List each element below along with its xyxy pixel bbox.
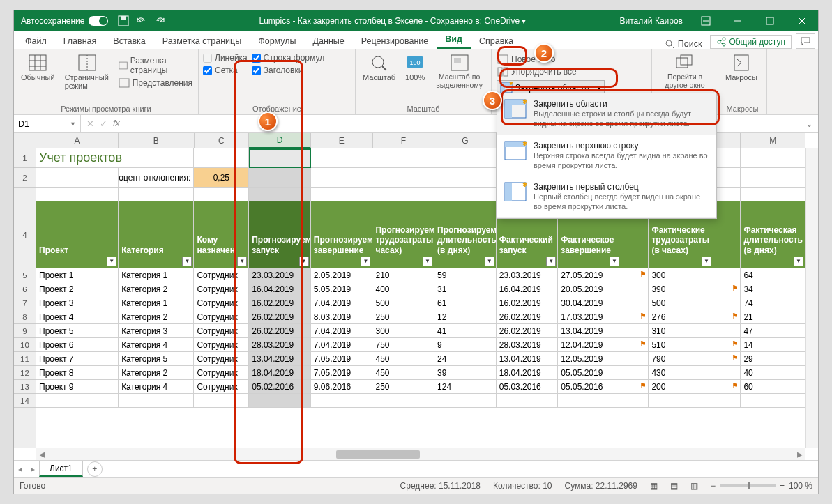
cell[interactable]	[713, 296, 741, 310]
cell[interactable]: 47	[741, 324, 805, 338]
fx-icon[interactable]: fx	[113, 119, 120, 129]
cell[interactable]: Сотрудник	[194, 282, 249, 296]
col-header-C[interactable]: C	[195, 133, 250, 148]
cell[interactable]: 276	[649, 310, 713, 324]
cell[interactable]: 13.04.2019	[497, 352, 559, 366]
cell[interactable]	[713, 148, 741, 168]
cell[interactable]: 250	[372, 380, 434, 394]
redo-icon[interactable]	[154, 15, 165, 26]
cell[interactable]: Категория 2	[119, 282, 194, 296]
tab-рецензирование[interactable]: Рецензирование	[353, 33, 437, 49]
row-header-4[interactable]: 4	[14, 201, 36, 268]
cell[interactable]: 17.03.2019	[558, 310, 621, 324]
cell[interactable]: 16.04.2019	[249, 282, 311, 296]
cell[interactable]	[119, 188, 194, 201]
cell[interactable]: 05.05.2019	[558, 366, 621, 380]
cell[interactable]: Категория 2	[119, 366, 194, 380]
cell[interactable]: 05.03.2016	[497, 380, 559, 394]
cell[interactable]: Сотрудник	[194, 338, 249, 352]
zoom-selection-button[interactable]: Масштаб по выделенному	[432, 52, 487, 91]
view-normal-icon[interactable]: ▦	[650, 481, 658, 491]
row-header-blank[interactable]	[14, 188, 36, 201]
cell[interactable]: 20.05.2019	[558, 282, 621, 296]
cell[interactable]	[372, 188, 434, 201]
cell[interactable]: Проект 4	[36, 310, 119, 324]
vertical-scrollbar[interactable]	[805, 148, 818, 448]
cell[interactable]: ⚑	[713, 338, 741, 352]
cell[interactable]: 200	[649, 380, 713, 394]
cell[interactable]: Сотрудник	[194, 296, 249, 310]
enter-formula-icon[interactable]: ✓	[100, 119, 107, 129]
cell[interactable]: Категория 1	[119, 296, 194, 310]
cell[interactable]: Категория 1	[119, 268, 194, 282]
cell[interactable]: 300	[372, 324, 434, 338]
cell[interactable]: 450	[372, 352, 434, 366]
gridlines-checkbox[interactable]: Сетка	[203, 65, 248, 76]
freeze-menu-item-1[interactable]: ✱Закрепить верхнюю строкуВерхняя строка …	[497, 135, 716, 177]
cell[interactable]: Категория 4	[119, 380, 194, 394]
cell[interactable]: 9	[434, 338, 497, 352]
cell[interactable]: 7.04.2019	[311, 324, 373, 338]
cell[interactable]	[713, 168, 741, 188]
cell[interactable]	[741, 188, 805, 201]
horizontal-scroll-thumb[interactable]	[336, 450, 420, 459]
cell[interactable]	[621, 366, 649, 380]
freeze-menu-item-2[interactable]: ✱Закрепить первый столбецПервый столбец …	[497, 176, 716, 218]
cell[interactable]	[649, 394, 713, 408]
cell[interactable]: ⚑	[713, 310, 741, 324]
add-sheet-button[interactable]: +	[87, 461, 103, 477]
cell[interactable]: 40	[741, 366, 805, 380]
cell[interactable]	[311, 148, 373, 168]
cell[interactable]	[713, 394, 741, 408]
undo-icon[interactable]	[136, 15, 147, 26]
cell[interactable]: 14	[741, 338, 805, 352]
select-all-corner[interactable]	[14, 133, 36, 148]
cell[interactable]: ⚑	[621, 268, 649, 282]
row-header-14[interactable]: 14	[14, 394, 36, 408]
cell[interactable]: 23.03.2019	[249, 268, 311, 282]
cell[interactable]: Проект 6	[36, 338, 119, 352]
cell[interactable]: 74	[741, 296, 805, 310]
cell[interactable]	[194, 188, 249, 201]
cell[interactable]: Сотрудник	[194, 366, 249, 380]
cell[interactable]: 60	[741, 380, 805, 394]
cell[interactable]: 24	[434, 352, 497, 366]
cell[interactable]: 430	[649, 366, 713, 380]
row-header-13[interactable]: 13	[14, 380, 36, 394]
horizontal-scrollbar[interactable]: ◂ ▸	[36, 448, 805, 460]
cell[interactable]: 26.02.2019	[497, 324, 559, 338]
sheet-tab-active[interactable]: Лист1	[39, 461, 83, 477]
name-box[interactable]: D1▼	[14, 115, 81, 132]
cell[interactable]	[36, 394, 119, 408]
sheet-nav-prev-icon[interactable]: ◂	[14, 464, 27, 474]
cell[interactable]	[741, 148, 805, 168]
view-break-icon[interactable]: ▥	[690, 481, 698, 491]
cell[interactable]	[311, 188, 373, 201]
cell[interactable]: 12.04.2019	[558, 338, 621, 352]
row-headers[interactable]: 124567891011121314	[14, 148, 36, 448]
cell[interactable]	[713, 324, 741, 338]
cell[interactable]: Категория 5	[119, 352, 194, 366]
cell[interactable]: Сотрудник	[194, 268, 249, 282]
cell[interactable]: Категория▼	[119, 201, 194, 268]
cell[interactable]	[249, 148, 311, 168]
cell[interactable]: Категория 2	[119, 310, 194, 324]
cell[interactable]	[713, 366, 741, 380]
cell[interactable]	[741, 394, 805, 408]
normal-view-button[interactable]: Обычный	[18, 52, 58, 83]
cell[interactable]: 64	[741, 268, 805, 282]
cell[interactable]: 26.02.2019	[497, 310, 559, 324]
cell[interactable]	[311, 394, 373, 408]
row-header-5[interactable]: 5	[14, 268, 36, 282]
cell[interactable]: ⚑	[621, 338, 649, 352]
cell[interactable]: Фактическая длительность (в днях)▼	[741, 201, 805, 268]
cell[interactable]	[311, 168, 373, 188]
cell[interactable]: Проект 7	[36, 352, 119, 366]
row-header-9[interactable]: 9	[14, 324, 36, 338]
maximize-button[interactable]	[754, 10, 786, 31]
tab-файл[interactable]: Файл	[17, 33, 55, 49]
cell[interactable]	[713, 268, 741, 282]
cell[interactable]: 31	[434, 282, 497, 296]
sheet-nav-next-icon[interactable]: ▸	[27, 464, 39, 474]
cell[interactable]: ⚑	[713, 352, 741, 366]
